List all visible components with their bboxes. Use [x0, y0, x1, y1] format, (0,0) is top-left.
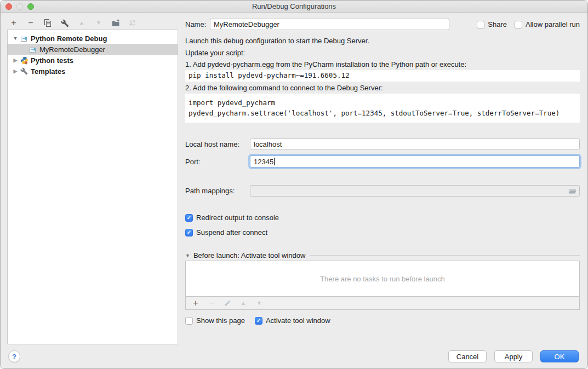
before-launch-empty-text: There are no tasks to run before launch — [186, 261, 579, 297]
move-task-up-button[interactable]: ▲ — [238, 298, 249, 309]
move-task-down-button[interactable]: ▼ — [254, 298, 265, 309]
move-down-button[interactable]: ▼ — [93, 18, 104, 28]
minus-icon: − — [28, 19, 33, 27]
activate-tool-window-checkbox-group[interactable]: ✓ Activate tool window — [255, 316, 330, 325]
minimize-window-button[interactable] — [16, 3, 23, 10]
separator-line — [310, 255, 580, 256]
redirect-output-checkbox[interactable]: ✓ — [185, 214, 193, 222]
name-row: Name: Share Allow parallel run — [185, 19, 580, 30]
svg-text:a: a — [133, 19, 135, 23]
minus-icon: − — [209, 299, 214, 308]
code-line-settrace: pydevd_pycharm.settrace('localhost', por… — [189, 108, 576, 118]
edit-task-button[interactable] — [222, 298, 233, 309]
name-input[interactable] — [210, 19, 449, 30]
sort-configurations-button[interactable]: a z — [127, 18, 138, 28]
tree-item-myremotedebugger[interactable]: MyRemoteDebugger — [8, 44, 178, 55]
triangle-down-icon: ▼ — [96, 20, 101, 26]
triangle-down-icon: ▼ — [256, 301, 262, 306]
sort-az-icon: a z — [128, 19, 137, 27]
share-label: Share — [488, 20, 507, 28]
redirect-output-checkbox-group[interactable]: ✓ Redirect output to console — [185, 214, 279, 222]
step2-text: 2. Add the following command to connect … — [185, 84, 383, 92]
cancel-button[interactable]: Cancel — [448, 350, 487, 362]
add-configuration-button[interactable]: + — [8, 18, 19, 28]
chevron-expanded-icon[interactable]: ▼ — [185, 253, 190, 258]
share-checkbox-group[interactable]: Share — [477, 20, 507, 28]
remove-configuration-button[interactable]: − — [25, 18, 36, 28]
suspend-checkbox[interactable]: ✓ — [185, 229, 193, 237]
pencil-icon — [224, 299, 231, 307]
code-line-import: import pydevd_pycharm — [189, 97, 576, 108]
configuration-form: Name: Share Allow parallel run Launch th… — [185, 17, 580, 344]
tree-item-label: Templates — [31, 67, 65, 76]
chevron-collapsed-icon[interactable]: ▶ — [12, 68, 19, 74]
suspend-label: Suspend after connect — [196, 228, 267, 237]
settrace-code-block: import pydevd_pycharm pydevd_pycharm.set… — [185, 94, 580, 123]
triangle-up-icon: ▲ — [241, 301, 246, 306]
share-checkbox[interactable] — [477, 21, 484, 28]
check-icon: ✓ — [187, 230, 191, 235]
activate-tool-window-label: Activate tool window — [266, 316, 330, 325]
port-label: Port: — [185, 158, 250, 166]
plus-icon: + — [11, 19, 16, 27]
configurations-tree: ▼ Python Remote Debug MyRemoteDebugger ▶ — [7, 30, 178, 344]
run-configuration-icon — [28, 45, 37, 54]
intro-text: Launch this debug configuration to start… — [185, 37, 369, 45]
before-launch-panel: There are no tasks to run before launch … — [185, 261, 580, 310]
plus-icon: + — [193, 299, 198, 308]
apply-button[interactable]: Apply — [494, 350, 533, 362]
suspend-checkbox-group[interactable]: ✓ Suspend after connect — [185, 228, 267, 237]
allow-parallel-run-checkbox-group[interactable]: Allow parallel run — [515, 20, 580, 28]
svg-text:z: z — [133, 23, 135, 27]
window-title: Run/Debug Configurations — [252, 2, 336, 10]
before-launch-title: Before launch: Activate tool window — [193, 251, 306, 260]
add-task-button[interactable]: + — [190, 298, 201, 309]
copy-icon — [43, 19, 52, 27]
tree-item-label: MyRemoteDebugger — [39, 45, 105, 54]
chevron-expanded-icon[interactable]: ▼ — [12, 36, 19, 41]
copy-configuration-button[interactable] — [42, 18, 53, 28]
path-mappings-input[interactable] — [250, 185, 580, 197]
ok-button[interactable]: OK — [540, 350, 579, 362]
remove-task-button[interactable]: − — [206, 298, 217, 309]
path-mappings-label: Path mappings: — [185, 187, 250, 195]
pip-install-command: pip install pydevd-pycharm~=191.6605.12 — [185, 70, 580, 82]
folder-plus-icon — [111, 19, 120, 27]
dialog-buttons: Cancel Apply OK — [448, 350, 579, 362]
edit-templates-button[interactable] — [59, 18, 70, 28]
title-bar: Run/Debug Configurations — [1, 1, 587, 13]
chevron-collapsed-icon[interactable]: ▶ — [12, 57, 19, 63]
triangle-up-icon: ▲ — [79, 20, 84, 26]
tree-item-python-tests[interactable]: ▶ Python tests — [8, 55, 178, 66]
redirect-output-label: Redirect output to console — [196, 214, 279, 222]
check-icon: ✓ — [187, 215, 191, 221]
new-folder-button[interactable] — [110, 18, 121, 28]
help-button[interactable]: ? — [8, 350, 20, 362]
before-launch-header[interactable]: ▼ Before launch: Activate tool window — [185, 251, 580, 260]
port-input[interactable]: 12345 — [250, 155, 580, 168]
close-window-button[interactable] — [5, 3, 12, 10]
show-this-page-label: Show this page — [196, 316, 245, 325]
tree-item-label: Python Remote Debug — [31, 34, 107, 43]
zoom-window-button[interactable] — [27, 3, 34, 10]
window-controls — [5, 3, 34, 10]
path-mappings-row: Path mappings: — [185, 185, 580, 197]
configurations-toolbar: + − ▲ ▼ — [8, 17, 138, 29]
move-up-button[interactable]: ▲ — [76, 18, 87, 28]
tree-item-label: Python tests — [31, 56, 73, 65]
browse-folder-icon[interactable] — [568, 187, 577, 195]
allow-parallel-run-label: Allow parallel run — [526, 20, 580, 28]
help-icon: ? — [12, 353, 16, 361]
tree-item-python-remote-debug[interactable]: ▼ Python Remote Debug — [8, 33, 178, 44]
update-script-text: Update your script: — [185, 49, 245, 57]
before-launch-toolbar: + − ▲ ▼ — [186, 297, 579, 309]
local-host-input[interactable] — [250, 139, 580, 150]
wrench-icon — [61, 19, 69, 27]
show-this-page-checkbox[interactable] — [185, 317, 193, 325]
activate-tool-window-checkbox[interactable]: ✓ — [255, 317, 262, 325]
tree-item-templates[interactable]: ▶ Templates — [8, 66, 178, 77]
name-label: Name: — [185, 20, 210, 28]
text-caret — [274, 158, 275, 165]
show-this-page-checkbox-group[interactable]: Show this page — [185, 316, 245, 325]
allow-parallel-run-checkbox[interactable] — [515, 21, 522, 28]
